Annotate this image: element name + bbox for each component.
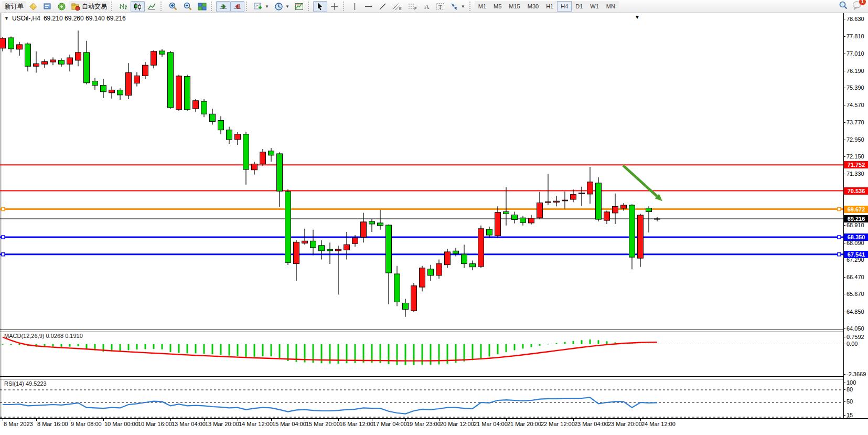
- vertical-line-tool-icon[interactable]: [348, 1, 361, 12]
- time-tick-label: 23 Mar 04:00: [574, 421, 608, 427]
- macd-max-label: 0.7592: [846, 334, 864, 340]
- axis-tick: [843, 374, 845, 375]
- axis-tick: [843, 260, 845, 260]
- timeframe-button-h4[interactable]: H4: [557, 1, 572, 12]
- zoom-out-icon[interactable]: [180, 1, 195, 12]
- candle-body-down: [168, 52, 174, 108]
- rsi-panel[interactable]: [0, 379, 843, 418]
- time-axis[interactable]: 8 Mar 20238 Mar 16:009 Mar 08:0010 Mar 0…: [0, 418, 868, 435]
- candle-body-up: [67, 58, 73, 64]
- chart-window: 78.63077.81077.01076.19075.39074.57073.7…: [0, 13, 868, 435]
- data-window-icon[interactable]: [40, 1, 55, 12]
- candle-body-up: [495, 213, 501, 236]
- candle-body-down: [310, 241, 316, 248]
- axis-tick: [843, 174, 845, 174]
- candlestick-chart-type-icon[interactable]: [131, 1, 145, 12]
- arrows-tool-button[interactable]: ▼: [447, 1, 468, 12]
- price-axis[interactable]: 78.63077.81077.01076.19075.39074.57073.7…: [843, 13, 868, 418]
- bar-chart-type-icon[interactable]: [116, 1, 131, 12]
- candle-body-up: [143, 65, 148, 76]
- arrows-dropdown-caret[interactable]: ▼: [461, 4, 465, 9]
- candle-body-up: [260, 152, 266, 164]
- periods-button[interactable]: ▼: [272, 1, 292, 12]
- axis-tick: [843, 54, 845, 54]
- time-tick-label: 22 Mar 12:00: [541, 421, 575, 427]
- hline-handle[interactable]: [2, 208, 5, 211]
- periods-dropdown-caret[interactable]: ▼: [285, 4, 290, 9]
- signal-icon[interactable]: [55, 1, 69, 12]
- text-label-tool-icon[interactable]: T: [433, 1, 447, 12]
- new-order-button[interactable]: 新订单: [2, 1, 26, 12]
- notifications-chat-icon[interactable]: 1: [852, 1, 863, 12]
- macd-values: 0.0268 0.1910: [46, 333, 82, 339]
- horizontal-line-tool-icon[interactable]: [361, 1, 376, 12]
- chart-collapse-icon[interactable]: ▼: [4, 16, 9, 21]
- timeframe-button-d1[interactable]: D1: [572, 1, 586, 12]
- candle-body-up: [126, 72, 132, 95]
- timeframe-button-mn[interactable]: MN: [603, 1, 619, 12]
- text-tool-icon[interactable]: A: [420, 1, 433, 12]
- equidistant-channel-tool-icon[interactable]: E: [390, 1, 405, 12]
- hline-handle[interactable]: [2, 236, 5, 239]
- zoom-in-icon[interactable]: [166, 1, 180, 12]
- price-tick-label: 72.950: [846, 136, 864, 143]
- toolbar-separator: [160, 2, 164, 11]
- price-tick-label: 66.470: [846, 274, 864, 280]
- indicators-dropdown-caret[interactable]: ▼: [265, 4, 269, 9]
- macd-panel[interactable]: [0, 332, 843, 377]
- rsi-name: RSI(14): [4, 380, 24, 387]
- trendline-tool-icon[interactable]: [376, 1, 390, 12]
- candle-body-down: [646, 208, 652, 212]
- time-tick: [338, 419, 339, 421]
- candle-body-up: [109, 90, 115, 93]
- toolbar-separator: [246, 2, 250, 11]
- price-tick-label: 77.810: [846, 33, 864, 39]
- templates-button[interactable]: [292, 1, 306, 12]
- time-tick: [405, 419, 406, 421]
- timeframe-button-w1[interactable]: W1: [586, 1, 603, 12]
- ohlc-values: 69.210 69.260 69.140 69.216: [44, 15, 126, 22]
- auto-scroll-icon[interactable]: [216, 1, 230, 12]
- crosshair-tool-icon[interactable]: [327, 1, 341, 12]
- timeframe-button-m30[interactable]: M30: [524, 1, 542, 12]
- toolbar-separator: [343, 2, 347, 11]
- candle-body-down: [8, 38, 14, 49]
- chart-shift-icon[interactable]: [230, 1, 244, 12]
- candle-body-up: [571, 195, 576, 199]
- hline-handle[interactable]: [2, 253, 5, 256]
- candle-body-down: [269, 151, 274, 155]
- time-tick: [204, 419, 205, 421]
- candle-body-up: [613, 206, 618, 213]
- candle-body-down: [185, 77, 190, 110]
- toolbar-separator: [111, 2, 115, 11]
- indicators-button[interactable]: ▼: [251, 1, 272, 12]
- timeframe-button-m1[interactable]: M1: [475, 1, 490, 12]
- search-icon[interactable]: [839, 1, 848, 12]
- candle-body-up: [344, 245, 350, 250]
- timeframe-button-h1[interactable]: H1: [542, 1, 557, 12]
- trend-arrow[interactable]: [623, 165, 657, 196]
- candle-body-down: [101, 86, 106, 92]
- price-panel[interactable]: [0, 13, 843, 330]
- fibonacci-tool-icon[interactable]: F: [405, 1, 420, 12]
- macd-min-label: -2.3669: [846, 371, 866, 377]
- candle-body-down: [117, 90, 123, 95]
- timeframe-button-m5[interactable]: M5: [490, 1, 505, 12]
- tile-windows-icon[interactable]: [195, 1, 209, 12]
- hline-handle[interactable]: [838, 236, 841, 239]
- macd-zero-label: 0.00: [846, 341, 858, 347]
- line-chart-type-icon[interactable]: [145, 1, 159, 12]
- time-tick: [540, 419, 540, 421]
- market-watch-icon[interactable]: [26, 1, 40, 12]
- timeframe-button-m15[interactable]: M15: [505, 1, 523, 12]
- time-tick: [573, 419, 574, 421]
- candle-body-down: [470, 264, 476, 267]
- autotrading-button[interactable]: 自动交易: [69, 1, 110, 12]
- hline-handle[interactable]: [838, 253, 841, 256]
- chart-shift-marker[interactable]: ▼: [635, 14, 640, 20]
- price-tick-label: 68.910: [846, 222, 864, 228]
- hline-handle[interactable]: [838, 208, 841, 211]
- cursor-tool-icon[interactable]: [313, 1, 327, 12]
- candle-body-down: [243, 134, 249, 169]
- axis-tick: [843, 277, 845, 278]
